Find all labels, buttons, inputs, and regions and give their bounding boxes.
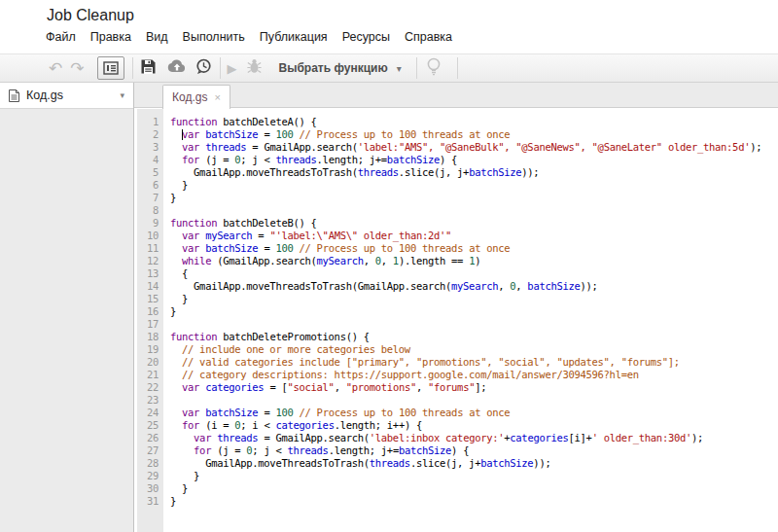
line-number: 9 xyxy=(137,217,163,230)
toolbar-separator xyxy=(220,57,221,79)
code-lines: function batchDeleteA() { var batchSize … xyxy=(163,116,778,508)
menu-item-edit[interactable]: Правка xyxy=(90,30,131,44)
menu-item-file[interactable]: Файл xyxy=(46,30,76,44)
code-line[interactable]: function batchDeletePromotions() { xyxy=(163,331,778,343)
code-line[interactable] xyxy=(163,394,778,407)
code-line[interactable]: // include one or more categories below xyxy=(163,343,778,356)
code-line[interactable]: } xyxy=(163,470,778,482)
code-line[interactable]: function batchDeleteA() { xyxy=(163,116,778,128)
line-number: 17 xyxy=(137,318,163,331)
tab-close-icon[interactable]: × xyxy=(214,91,220,103)
code-line[interactable]: GmailApp.moveThreadsToTrash(threads.slic… xyxy=(163,166,778,179)
line-number: 21 xyxy=(137,369,163,381)
hints-button[interactable] xyxy=(426,57,442,80)
toolbar-separator xyxy=(457,57,458,79)
line-number: 4 xyxy=(137,154,163,166)
code-line[interactable]: var categories = ["social", "promotions"… xyxy=(163,381,778,394)
code-editor[interactable]: 1234567891011121314151617181920212223242… xyxy=(134,109,778,532)
line-number: 27 xyxy=(137,444,163,457)
line-number: 29 xyxy=(137,470,163,482)
code-line[interactable]: for (i = 0; i < categories.length; i++) … xyxy=(163,419,778,432)
save-button[interactable] xyxy=(141,59,156,78)
line-number: 16 xyxy=(137,305,163,318)
menu-item-run[interactable]: Выполнить xyxy=(183,30,245,44)
line-number: 5 xyxy=(137,166,163,179)
select-function-dropdown[interactable]: Выбрать функцию ▾ xyxy=(269,56,411,80)
menu-item-view[interactable]: Вид xyxy=(146,30,168,44)
arrow-right-icon xyxy=(4,17,29,38)
code-line[interactable]: for (j = 0; j < threads.length; j+=batch… xyxy=(163,444,778,457)
files-sidebar: Код.gs ▾ xyxy=(0,83,134,532)
line-number: 15 xyxy=(137,293,163,305)
code-line[interactable]: } xyxy=(163,482,778,495)
line-number: 30 xyxy=(137,482,163,495)
code-line[interactable]: } xyxy=(163,192,778,204)
indent-button[interactable] xyxy=(97,56,124,80)
lightbulb-icon xyxy=(426,57,442,76)
line-number: 10 xyxy=(137,230,163,242)
project-title[interactable]: Job Cleanup xyxy=(47,7,134,24)
line-number-gutter: 1234567891011121314151617181920212223242… xyxy=(137,109,163,532)
editor-pane: Код.gs × 1234567891011121314151617181920… xyxy=(134,83,778,532)
code-line[interactable]: { xyxy=(163,267,778,280)
line-number: 11 xyxy=(137,242,163,255)
code-line[interactable]: GmailApp.moveThreadsToTrash(threads.slic… xyxy=(163,457,778,470)
cloud-deploy-button[interactable] xyxy=(167,59,187,77)
code-line[interactable]: var mySearch = "'label:\"AMS\" older_tha… xyxy=(163,230,778,242)
code-line[interactable]: } xyxy=(163,495,778,508)
code-line[interactable]: function batchDeleteB() { xyxy=(163,217,778,230)
code-line[interactable]: // category descriptions: https://suppor… xyxy=(163,369,778,381)
toolbar-separator xyxy=(132,57,133,79)
tab-code-gs[interactable]: Код.gs × xyxy=(162,85,230,109)
code-line[interactable]: } xyxy=(163,179,778,192)
line-number: 31 xyxy=(137,495,163,508)
line-number: 18 xyxy=(137,331,163,343)
redo-button[interactable]: ↷ xyxy=(70,60,84,77)
code-line[interactable]: GmailApp.moveThreadsToTrash(GmailApp.sea… xyxy=(163,280,778,293)
select-function-label: Выбрать функцию xyxy=(279,61,388,75)
menu-item-publish[interactable]: Публикация xyxy=(260,30,328,44)
toolbar-separator xyxy=(416,57,417,79)
line-number: 26 xyxy=(137,432,163,444)
code-line[interactable]: } xyxy=(163,305,778,318)
line-number: 22 xyxy=(137,381,163,394)
apps-script-logo xyxy=(0,2,32,52)
line-number: 24 xyxy=(137,407,163,419)
code-line[interactable]: var batchSize = 100 // Process up to 100… xyxy=(163,242,778,255)
code-line[interactable]: var threads = GmailApp.search('label:"AM… xyxy=(163,141,778,154)
line-number: 13 xyxy=(137,267,163,280)
sidebar-item-code-gs[interactable]: Код.gs ▾ xyxy=(0,83,133,109)
file-menu-caret-icon[interactable]: ▾ xyxy=(120,90,124,100)
code-line[interactable]: while (GmailApp.search(mySearch, 0, 1).l… xyxy=(163,255,778,267)
bug-icon xyxy=(247,58,262,74)
line-number: 12 xyxy=(137,255,163,267)
save-floppy-icon xyxy=(141,59,156,74)
run-button[interactable]: ▶ xyxy=(228,61,237,76)
code-line[interactable]: var batchSize = 100 // Process up to 100… xyxy=(163,128,778,141)
line-number: 14 xyxy=(137,280,163,293)
tab-label: Код.gs xyxy=(172,90,207,104)
code-line[interactable]: for (j = 0; j < threads.length; j+=batch… xyxy=(163,154,778,166)
line-number: 7 xyxy=(137,192,163,204)
code-line[interactable] xyxy=(163,318,778,331)
line-number: 25 xyxy=(137,419,163,432)
line-number: 2 xyxy=(137,128,163,141)
code-line[interactable]: var batchSize = 100 // Process up to 100… xyxy=(163,407,778,419)
line-number: 19 xyxy=(137,343,163,356)
menu-item-help[interactable]: Справка xyxy=(405,30,452,44)
code-line[interactable]: var threads = GmailApp.search('label:inb… xyxy=(163,432,778,444)
file-name: Код.gs xyxy=(26,89,63,102)
document-icon xyxy=(9,89,19,102)
history-clock-button[interactable] xyxy=(195,58,212,79)
code-line[interactable]: } xyxy=(163,293,778,305)
debug-button[interactable] xyxy=(247,58,262,78)
header: Job Cleanup ФайлПравкаВидВыполнитьПублик… xyxy=(0,0,778,53)
undo-button[interactable]: ↶ xyxy=(49,60,62,77)
menu-item-resources[interactable]: Ресурсы xyxy=(342,30,390,44)
cloud-upload-icon xyxy=(167,59,187,73)
code-line[interactable]: // valid categories include ["primary", … xyxy=(163,356,778,369)
code-line[interactable] xyxy=(163,204,778,217)
tab-bar: Код.gs × xyxy=(134,83,778,108)
clock-icon xyxy=(195,58,212,75)
line-number: 6 xyxy=(137,179,163,192)
